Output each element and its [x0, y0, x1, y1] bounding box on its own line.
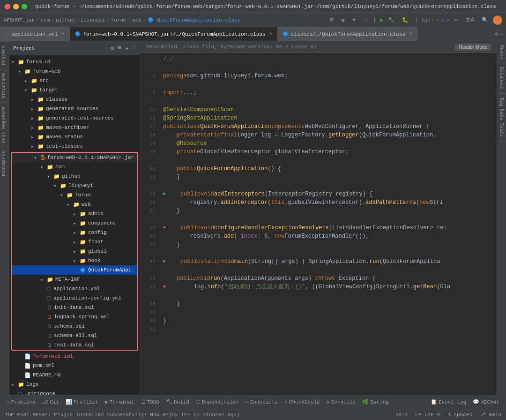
code-line-resource: @Resource — [163, 139, 493, 148]
tree-item-forum-ui[interactable]: ▾ 📁 forum-ui — [9, 57, 140, 67]
window-controls[interactable] — [5, 4, 27, 9]
nav-build[interactable]: 🔨 — [385, 16, 397, 24]
tree-item-schema-all-sql[interactable]: 🗋 schema-all.sql — [12, 331, 137, 340]
nav-debug[interactable]: 🐛 — [399, 16, 411, 24]
nav-translate[interactable]: 文A — [463, 15, 477, 24]
services-button[interactable]: ⚙ Services — [324, 398, 358, 406]
dependencies-button[interactable]: ⬡ Dependencies — [193, 398, 242, 406]
tree-item-com[interactable]: ▾ 📁 com — [12, 162, 137, 172]
tree-item-forum-web-iml[interactable]: 📄 forum-web.iml — [9, 352, 140, 361]
tree-item-init-data-sql[interactable]: 🗋 init-data.sql — [12, 303, 137, 312]
breadcrumb-liuyueyi[interactable]: liuyueyi — [80, 17, 105, 23]
xechat-button[interactable]: 💬 XEChat — [470, 398, 502, 406]
tree-item-generated-sources[interactable]: ▸ 📁 generated-sources — [9, 104, 140, 113]
project-settings-icon[interactable]: ⚙ — [111, 45, 114, 52]
tree-item-global[interactable]: ▸ 📁 global — [12, 247, 137, 256]
tree-item-meta-inf[interactable]: ▸ 📁 META-INF — [12, 275, 137, 284]
tree-item-src[interactable]: ▸ 📁 src — [9, 76, 140, 85]
tree-item-target[interactable]: ▾ 📁 target — [9, 85, 140, 95]
project-gear-icon[interactable]: ✦ — [125, 45, 129, 52]
tree-item-pom[interactable]: 📄 pom.xml — [9, 361, 140, 370]
nav-btn-2[interactable]: ≡ — [339, 16, 347, 24]
tab-classes-quickforum[interactable]: 🔷 classes/…/QuickForumApplication.class … — [278, 27, 417, 41]
code-lines[interactable]: /…/ package com.github.liuyueyi.forum.we… — [159, 53, 497, 395]
tree-item-github[interactable]: ▾ 📁 github — [12, 172, 137, 181]
nav-git-arrow1[interactable]: ↑ — [441, 17, 444, 23]
tree-item-quickforum-class[interactable]: 🔷 QuickForumApplication — [12, 265, 137, 275]
breadcrumb-class[interactable]: 🔷 QuickForumApplication.class — [148, 17, 241, 23]
nav-btn-4[interactable]: – — [361, 16, 369, 24]
tree-item-app-config-yml[interactable]: ⬡ application-config.yml — [12, 293, 137, 303]
spring-button[interactable]: 🌿 Spring — [359, 398, 392, 406]
tab-close-1[interactable]: × — [269, 31, 273, 38]
tree-item-front[interactable]: ▸ 📁 front — [12, 237, 137, 247]
breadcrumb-apshot[interactable]: APSHOT.jar — [4, 17, 35, 23]
nav-btn-1[interactable]: ⚙ — [327, 16, 337, 24]
statusbar-encoding[interactable]: LF UTF-8 — [415, 412, 440, 418]
breadcrumb-com[interactable]: com — [41, 17, 50, 23]
tree-item-classes[interactable]: ▸ 📁 classes — [9, 95, 140, 104]
tree-item-logs[interactable]: ▸ 📁 logs — [9, 380, 140, 389]
maximize-button[interactable] — [22, 4, 27, 9]
tree-item-forum[interactable]: ▾ 📁 forum — [12, 190, 137, 200]
tree-item-admin[interactable]: ▸ 📁 admin — [12, 209, 137, 218]
minimize-button[interactable] — [13, 4, 19, 9]
breadcrumb-github[interactable]: github — [56, 17, 74, 23]
tree-item-forum-web[interactable]: ▾ 📁 forum-web — [9, 67, 140, 76]
statusbar-branch[interactable]: ⎇ main — [480, 412, 501, 418]
project-expand-icon[interactable]: ≡ — [118, 45, 122, 52]
tree-item-web[interactable]: ▾ 📁 web — [12, 200, 137, 209]
breadcrumb-forum[interactable]: forum — [111, 17, 126, 23]
tree-item-schema-sql[interactable]: 🗋 schema.sql — [12, 322, 137, 331]
tree-item-gen-test-sources[interactable]: ▸ 📁 generated-test-sources — [9, 113, 140, 123]
tree-item-jar[interactable]: ▾ 🗜 forum-web-0.0.1-SNAPSHOT.jar — [12, 153, 137, 162]
tree-item-test-data-sql[interactable]: 🗋 test-data.sql — [12, 340, 137, 350]
endpoints-button[interactable]: ↔ Endpoints — [243, 398, 281, 406]
nav-git-arrow2[interactable]: ↗ — [446, 17, 449, 23]
profiler-button[interactable]: 📊 Profiler — [63, 398, 101, 406]
nav-btn-3[interactable]: ✦ — [349, 16, 359, 24]
tree-item-gitignore[interactable]: ⬡ .gitignore — [9, 389, 140, 395]
statusbar-indent[interactable]: 4 spaces — [447, 412, 472, 418]
statusbar-position[interactable]: 50:2 — [395, 412, 408, 418]
nav-undo[interactable]: ↩ — [451, 16, 461, 24]
tree-item-maven-archiver[interactable]: ▸ 📁 maven-archiver — [9, 123, 140, 132]
nav-git-check[interactable]: ✓ — [436, 17, 439, 23]
tree-item-hook[interactable]: ▸ 📁 hook — [12, 256, 137, 265]
tree-item-test-classes[interactable]: ▸ 📁 test-classes — [9, 142, 140, 151]
terminal-button[interactable]: ▶ Terminal — [102, 398, 137, 406]
tree-item-component[interactable]: ▸ 📁 component — [12, 218, 137, 228]
sidebar-pull-requests-label[interactable]: Pull Requests — [0, 102, 9, 147]
user-avatar[interactable] — [493, 15, 502, 25]
tree-item-application-yml[interactable]: ⬡ application.yml — [12, 284, 137, 293]
tab-gear-icon[interactable]: ⚙ — [495, 31, 499, 37]
todo-button[interactable]: ☰ TODO — [138, 398, 162, 406]
event-log-button[interactable]: 📋 Event Log — [428, 398, 469, 406]
tree-item-liuyueyi[interactable]: ▾ 📁 liuyueyi — [12, 181, 137, 190]
maven-panel-tab[interactable]: Maven — [497, 41, 506, 63]
problems-button[interactable]: ⚠ Problems — [4, 398, 38, 406]
build-button[interactable]: 🔨 Build — [163, 398, 192, 406]
tree-item-readme[interactable]: 📄 README.md — [9, 370, 140, 380]
tab-close-2[interactable]: × — [409, 31, 412, 38]
tab-close-0[interactable]: × — [61, 31, 65, 38]
close-button[interactable] — [5, 4, 10, 9]
git-button[interactable]: ⎇ Git — [39, 398, 62, 406]
breadcrumb-web[interactable]: web — [132, 17, 141, 23]
tree-item-maven-status[interactable]: ▸ 📁 maven-status — [9, 132, 140, 142]
sidebar-bookmarks-label[interactable]: Bookmarks — [0, 147, 9, 180]
tab-more-icon[interactable]: ⋯ — [500, 31, 503, 37]
database-panel-tab[interactable]: Database — [497, 63, 506, 94]
run-icon[interactable]: ▶ — [380, 17, 383, 23]
tab-quickforumapplication[interactable]: 🔷 forum-web-0.0.1-SNAPSHOT.jar!/…/QuickF… — [70, 27, 278, 41]
nav-search[interactable]: 🔍 — [479, 16, 491, 24]
sidebar-structure-label[interactable]: Structure — [0, 69, 9, 102]
tab-application-yml[interactable]: ⬡ application.yml × — [0, 27, 70, 41]
tree-item-logback-xml[interactable]: 🗋 logback-spring.xml — [12, 312, 137, 322]
project-minus-icon[interactable]: – — [133, 45, 136, 52]
checkstyle-button[interactable]: ✓ CheckStyle — [282, 398, 323, 406]
big-data-tools-tab[interactable]: Big Data Tools — [497, 94, 506, 141]
tree-item-config[interactable]: ▸ 📁 config — [12, 228, 137, 237]
reader-mode-button[interactable]: Reader Mode — [455, 44, 491, 51]
sidebar-project-label[interactable]: Project — [0, 41, 9, 69]
